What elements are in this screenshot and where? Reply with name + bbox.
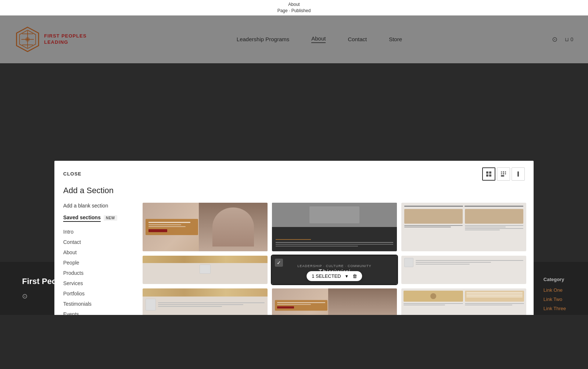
modal-body: Add a blank section Saved sections NEW I…	[54, 199, 534, 315]
saved-sections-header[interactable]: Saved sections NEW	[63, 214, 126, 222]
grid-2x2-icon	[486, 171, 491, 177]
close-button[interactable]: CLOSE	[63, 171, 82, 177]
thumb-content-6	[401, 256, 526, 269]
nav-link-about[interactable]: About	[311, 35, 326, 43]
new-badge: NEW	[104, 215, 117, 221]
logo-text: FIRST PEOPLES LEADING	[44, 33, 87, 46]
thumb-overlay-1	[146, 219, 198, 235]
sidebar-item-testimonials[interactable]: Testimonials	[63, 299, 126, 309]
sidebar-item-portfolios[interactable]: Portfolios	[63, 289, 126, 298]
thumb-card-4[interactable]	[143, 256, 268, 284]
thumb-img-1	[199, 203, 268, 251]
thumb-content-9	[401, 288, 526, 308]
thumb-card-7[interactable]	[143, 288, 268, 315]
nav-link-store[interactable]: Store	[389, 36, 402, 42]
sidebar-item-people[interactable]: People	[63, 258, 126, 267]
dark-section	[0, 63, 588, 82]
thumb-text-2	[272, 235, 397, 251]
sidebar: Add a blank section Saved sections NEW I…	[54, 199, 135, 315]
sidebar-item-about[interactable]: About	[63, 248, 126, 257]
saved-sections-label: Saved sections	[63, 214, 101, 222]
top-bar: About Page · Published	[0, 0, 588, 15]
sidebar-items: Intro Contact About People Products Serv…	[63, 227, 126, 315]
footer-col-2-link-3[interactable]: Link Three	[544, 306, 566, 311]
delete-icon[interactable]: 🗑	[352, 273, 357, 279]
chevron-down-icon: ▾	[345, 273, 348, 279]
single-col-icon	[517, 171, 519, 177]
instagram-icon[interactable]: ⊙	[552, 35, 557, 43]
wave-top-4	[143, 256, 268, 263]
view-toggle-large[interactable]	[482, 167, 495, 181]
footer-col-2-title: Category	[544, 277, 566, 282]
thumb-card-8[interactable]	[272, 288, 397, 315]
wave-top-7	[143, 288, 268, 297]
selection-checkmark: ✓	[275, 259, 283, 267]
thumb-content-3	[401, 203, 526, 233]
thumb-card-9[interactable]	[401, 288, 526, 315]
sidebar-item-services[interactable]: Services	[63, 278, 126, 288]
thumb-card-3[interactable]	[401, 203, 526, 251]
thumb-img-2	[272, 203, 397, 227]
thumb-card-5[interactable]: ✓ LEADERSHIP · CULTURE · COMMUNITY Thirr…	[272, 256, 397, 284]
nav-link-leadership[interactable]: Leadership Programs	[237, 36, 289, 42]
page-status-topbar: Page · Published	[0, 8, 588, 14]
logo: FIRST PEOPLES LEADING	[15, 26, 87, 52]
thumb-card-2[interactable]	[272, 203, 397, 251]
cart-icon[interactable]: ⊔ 0	[565, 36, 573, 42]
main-nav: FIRST PEOPLES LEADING Leadership Program…	[0, 15, 588, 63]
sidebar-item-products[interactable]: Products	[63, 268, 126, 278]
center-box-4	[143, 263, 268, 275]
sidebar-item-events[interactable]: Events	[63, 309, 126, 315]
sidebar-item-contact[interactable]: Contact	[63, 237, 126, 247]
thumb-img-8	[328, 288, 397, 315]
footer-col-2-link-2[interactable]: Link Two	[544, 297, 566, 302]
nav-right: ⊙ ⊔ 0	[552, 35, 573, 43]
nav-links: Leadership Programs About Contact Store	[237, 35, 402, 43]
thumb-card-6[interactable]	[401, 256, 526, 284]
nav-link-contact[interactable]: Contact	[348, 36, 367, 42]
selected-count: 1 SELECTED	[312, 273, 341, 279]
content-area: ✓ LEADERSHIP · CULTURE · COMMUNITY Thirr…	[135, 199, 534, 315]
sidebar-item-intro[interactable]: Intro	[63, 227, 126, 237]
thumb-overlay-8	[275, 300, 327, 311]
view-toggle-medium[interactable]	[497, 167, 510, 181]
page-title-topbar: About	[0, 1, 588, 8]
view-toggle-single[interactable]	[512, 167, 525, 181]
footer-col-2-link-1[interactable]: Link One	[544, 287, 566, 293]
modal-header: CLOSE	[54, 161, 534, 181]
logo-icon	[15, 26, 40, 52]
svg-point-2	[25, 37, 30, 42]
thumb-card-1[interactable]	[143, 203, 268, 251]
thumb-content-7	[143, 297, 268, 313]
view-toggles	[482, 167, 525, 181]
modal-title: Add a Section	[54, 181, 534, 199]
selection-bar: 1 SELECTED ▾ 🗑	[306, 271, 362, 281]
footer-col-2: Category Link One Link Two Link Three	[544, 277, 566, 315]
add-section-modal: CLOSE Add a Section	[54, 161, 534, 315]
grid-3x3-icon	[501, 171, 506, 177]
add-blank-button[interactable]: Add a blank section	[63, 203, 126, 209]
